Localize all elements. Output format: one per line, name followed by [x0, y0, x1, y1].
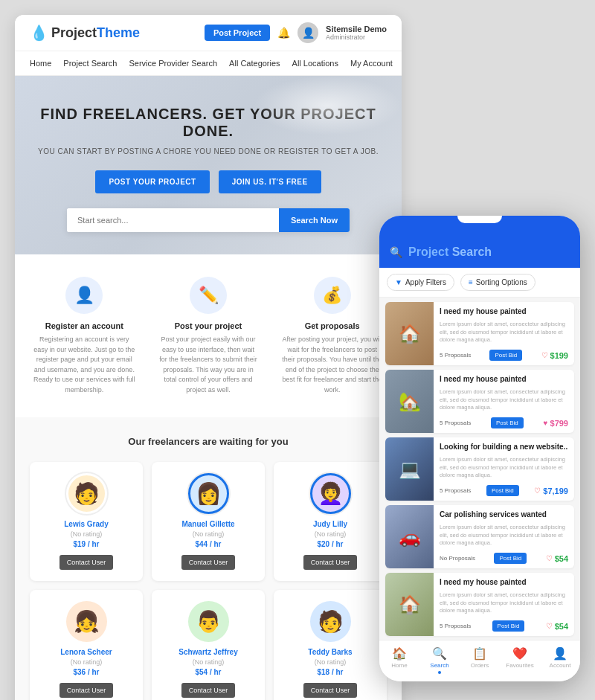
freelancers-grid: 🧑 Lewis Grady (No rating) $19 / hr Conta…: [30, 462, 387, 700]
contact-lewis-btn[interactable]: Contact User: [60, 555, 114, 570]
nav-project-search[interactable]: Project Search: [63, 51, 117, 75]
freelancer-rate-lenora: $36 / hr: [37, 668, 135, 676]
search-now-btn[interactable]: Search Now: [279, 208, 350, 232]
project-footer-2: 5 Proposals Post Bid ♥ $799: [440, 417, 568, 428]
proposals-1: 5 Proposals: [440, 352, 471, 359]
main-site: 💧 Project Theme Post Project 🔔 👤 Sitemsi…: [15, 15, 402, 700]
search-input[interactable]: [67, 208, 279, 232]
mobile-filters: ▼ Apply Filters ≡ Sorting Options: [379, 268, 580, 298]
contact-judy-btn[interactable]: Contact User: [303, 555, 358, 570]
sort-options-btn[interactable]: ≡ Sorting Options: [460, 274, 536, 291]
mobile-search-icon: 🔍: [390, 246, 402, 258]
freelancer-rate-lewis: $19 / hr: [37, 540, 135, 548]
site-nav: Home Project Search Service Provider Sea…: [15, 51, 402, 76]
logo-theme-text: Theme: [97, 25, 140, 41]
project-title-5: I need my house painted: [440, 577, 568, 587]
project-info-3: Looking for building a new website.. Lor…: [434, 437, 574, 501]
step-register: 👤 Register an account Registering an acc…: [30, 277, 139, 395]
project-img-inner-2: 🏡: [385, 370, 434, 433]
freelancer-rate-judy: $20 / hr: [281, 540, 379, 548]
nav-service-search[interactable]: Service Provider Search: [129, 51, 218, 75]
freelancer-name-manuel: Manuel Gillette: [159, 520, 257, 528]
project-card-1: 🏠 I need my house painted Lorem ipsum do…: [385, 302, 574, 365]
heart-price-5: ♡ $54: [546, 622, 568, 631]
post-bid-3-btn[interactable]: Post Bid: [486, 485, 519, 496]
header-right: Post Project 🔔 👤 Sitemsile Demo Administ…: [205, 22, 387, 43]
freelancer-rating-lewis: (No rating): [37, 530, 135, 538]
nav-account[interactable]: My Account: [350, 51, 393, 75]
bell-icon: 🔔: [277, 27, 290, 39]
freelancer-name-lenora: Lenora Scheer: [37, 648, 135, 656]
nav-home[interactable]: Home: [30, 51, 51, 75]
contact-teddy-btn[interactable]: Contact User: [303, 683, 358, 698]
price-3: $7,199: [543, 487, 568, 495]
join-btn[interactable]: JOIN US. IT'S FREE: [219, 170, 321, 193]
bottom-nav-favourites-icon: ❤️: [512, 646, 527, 661]
mobile-header-title: Project Search: [408, 245, 492, 259]
project-title-4: Car polishing services wanted: [440, 510, 568, 519]
post-bid-1-btn[interactable]: Post Bid: [489, 350, 522, 361]
contact-schwartz-btn[interactable]: Contact User: [181, 683, 236, 698]
post-your-project-btn[interactable]: POST YOUR PROJECT: [95, 170, 209, 193]
project-card-3: 💻 Looking for building a new website.. L…: [385, 437, 574, 501]
freelancer-rate-manuel: $44 / hr: [159, 540, 257, 548]
steps-section: 👤 Register an account Registering an acc…: [15, 254, 402, 417]
heart-icon-5: ♡: [546, 622, 553, 630]
bottom-nav-home[interactable]: 🏠 Home: [379, 646, 419, 674]
freelancer-rating-manuel: (No rating): [159, 530, 257, 538]
user-role: Administrator: [326, 33, 387, 41]
post-bid-4-btn[interactable]: Post Bid: [494, 553, 527, 564]
hero-section: FIND FREELANCERS. GET YOUR PROJECT DONE.…: [15, 76, 402, 254]
logo-icon: 💧: [30, 24, 48, 42]
project-card-5: 🏠 I need my house painted Lorem ipsum do…: [385, 573, 574, 636]
project-desc-2: Lorem ipsum dolor sit amet, consectetur …: [440, 388, 568, 412]
bottom-nav-favourites[interactable]: ❤️ Favourites: [500, 646, 540, 674]
bottom-nav-account-icon: 👤: [553, 646, 567, 661]
heart-icon-4: ♡: [546, 554, 553, 562]
project-desc-3: Lorem ipsum dolor sit amet, consectetur …: [440, 456, 568, 480]
bottom-nav-account-label: Account: [550, 662, 571, 669]
freelancer-card-schwartz: 👨 Schwartz Jeffrey (No rating) $54 / hr …: [152, 590, 265, 700]
post-bid-2-btn[interactable]: Post Bid: [491, 417, 524, 428]
freelancer-rating-schwartz: (No rating): [159, 658, 257, 666]
bottom-nav-orders[interactable]: 📋 Orders: [460, 646, 500, 674]
freelancer-rating-teddy: (No rating): [281, 658, 379, 666]
step-proposals-desc: After posting your project, you will wai…: [281, 335, 383, 395]
bottom-nav-search-label: Search: [430, 662, 448, 669]
filter-icon: ▼: [395, 278, 402, 286]
nav-locations[interactable]: All Locations: [292, 51, 338, 75]
project-title-1: I need my house painted: [440, 306, 568, 316]
project-card-2: 🏡 I need my house painted Lorem ipsum do…: [385, 370, 574, 433]
post-project-header-btn[interactable]: Post Project: [205, 25, 270, 41]
nav-categories[interactable]: All Categories: [229, 51, 280, 75]
project-footer-3: 5 Proposals Post Bid ♡ $7,199: [440, 485, 568, 496]
apply-filters-btn[interactable]: ▼ Apply Filters: [387, 274, 454, 291]
step-proposals-title: Get proposals: [281, 321, 383, 330]
contact-manuel-btn[interactable]: Contact User: [181, 555, 236, 570]
project-desc-1: Lorem ipsum dolor sit amet, consectetur …: [440, 321, 568, 344]
price-4: $54: [555, 554, 568, 563]
bottom-nav-search[interactable]: 🔍 Search: [419, 646, 460, 674]
bottom-nav-account[interactable]: 👤 Account: [540, 646, 580, 674]
sort-options-label: Sorting Options: [476, 278, 527, 286]
project-info-1: I need my house painted Lorem ipsum dolo…: [434, 302, 574, 365]
project-img-5: 🏠: [385, 573, 434, 636]
freelancer-card-judy: 👩‍🦱 Judy Lilly (No rating) $20 / hr Cont…: [274, 462, 387, 581]
contact-lenora-btn[interactable]: Contact User: [60, 683, 114, 698]
freelancer-avatar-judy: 👩‍🦱: [310, 473, 351, 514]
project-info-4: Car polishing services wanted Lorem ipsu…: [434, 505, 574, 568]
mobile-overlay: 🔍 Project Search ▼ Apply Filters ≡ Sorti…: [379, 216, 580, 681]
heart-icon-3: ♡: [534, 487, 541, 495]
mobile-notch: [379, 216, 580, 238]
apply-filters-label: Apply Filters: [405, 278, 446, 286]
post-bid-5-btn[interactable]: Post Bid: [492, 620, 525, 632]
mobile-title-project: Project: [408, 245, 452, 258]
project-img-1: 🏠: [385, 302, 434, 365]
heart-price-2: ♥ $799: [544, 419, 568, 428]
project-info-2: I need my house painted Lorem ipsum dolo…: [434, 370, 574, 433]
price-2: $799: [550, 419, 568, 428]
logo: 💧 Project Theme: [30, 24, 140, 42]
heart-price-3: ♡ $7,199: [534, 487, 568, 495]
freelancers-title: Our freelancers are waiting for you: [30, 436, 387, 447]
project-desc-4: Lorem ipsum dolor sit amet, consectetur …: [440, 524, 568, 548]
